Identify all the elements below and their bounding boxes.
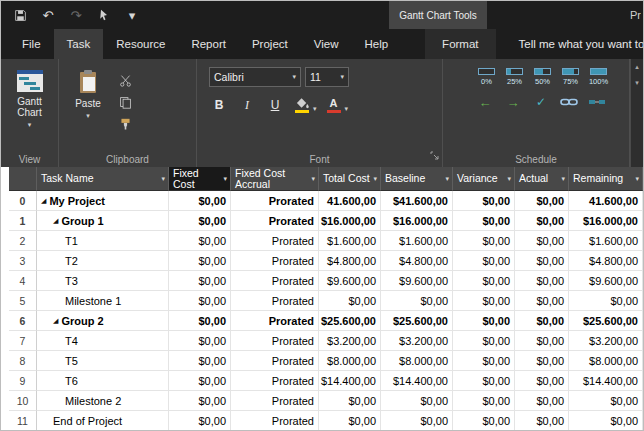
tab-project[interactable]: Project: [239, 29, 301, 59]
cell-fixed-cost-accrual[interactable]: Prorated: [231, 371, 319, 391]
mark-on-track-icon[interactable]: ✓: [529, 93, 553, 111]
cell-total-cost[interactable]: $9.600,00: [319, 271, 381, 291]
font-name-combo[interactable]: Calibri ▾: [209, 67, 301, 87]
cell-task-name[interactable]: End of Project: [37, 411, 169, 430]
cell-actual[interactable]: $0,00: [515, 411, 569, 430]
cell-fixed-cost[interactable]: $0,00: [169, 311, 231, 331]
cell-fixed-cost-accrual[interactable]: Prorated: [231, 291, 319, 311]
header-actual[interactable]: Actual▾: [515, 167, 569, 191]
cell-total-cost[interactable]: $0,00: [319, 291, 381, 311]
cell-fixed-cost[interactable]: $0,00: [169, 291, 231, 311]
tab-report[interactable]: Report: [178, 29, 239, 59]
header-variance[interactable]: Variance▾: [453, 167, 515, 191]
cell-variance[interactable]: $0,00: [453, 211, 515, 231]
link-tasks-icon[interactable]: [557, 93, 581, 111]
collapse-triangle-icon[interactable]: ◢: [53, 317, 58, 325]
cell-baseline[interactable]: $3.200,00: [381, 331, 453, 351]
cell-baseline[interactable]: $4.800,00: [381, 251, 453, 271]
cell-actual[interactable]: $0,00: [515, 291, 569, 311]
cell-total-cost[interactable]: $16.000,00: [319, 211, 381, 231]
indent-task-icon[interactable]: →: [501, 93, 525, 111]
row-number[interactable]: 9: [9, 371, 37, 391]
cell-task-name[interactable]: Milestone 1: [37, 291, 169, 311]
cell-fixed-cost[interactable]: $0,00: [169, 271, 231, 291]
cell-baseline[interactable]: $0,00: [381, 291, 453, 311]
tab-help[interactable]: Help: [351, 29, 401, 59]
cell-fixed-cost[interactable]: $0,00: [169, 411, 231, 430]
cell-task-name[interactable]: T1: [37, 231, 169, 251]
percent-complete-0-button[interactable]: 0%: [473, 68, 500, 86]
touch-mode-icon[interactable]: [93, 5, 115, 25]
cell-total-cost[interactable]: $0,00: [319, 411, 381, 430]
cell-fixed-cost[interactable]: $0,00: [169, 191, 231, 211]
cell-task-name[interactable]: T6: [37, 371, 169, 391]
cell-variance[interactable]: $0,00: [453, 291, 515, 311]
header-fixed-cost-accrual[interactable]: Fixed Cost Accrual▾: [231, 167, 319, 191]
percent-complete-25-button[interactable]: 25%: [501, 68, 528, 86]
cell-actual[interactable]: $0,00: [515, 231, 569, 251]
cell-baseline[interactable]: $41.600,00: [381, 191, 453, 211]
cell-fixed-cost[interactable]: $0,00: [169, 371, 231, 391]
cell-variance[interactable]: $0,00: [453, 191, 515, 211]
cell-baseline[interactable]: $1.600,00: [381, 231, 453, 251]
cell-task-name[interactable]: ◢My Project: [37, 191, 169, 211]
cell-task-name[interactable]: T2: [37, 251, 169, 271]
filter-arrow-icon[interactable]: ▾: [559, 173, 565, 184]
cell-remaining[interactable]: $16.000,00: [569, 211, 643, 231]
header-remaining[interactable]: Remaining▾: [569, 167, 643, 191]
tell-me-box[interactable]: Tell me what you want to do: [512, 29, 643, 59]
cell-variance[interactable]: $0,00: [453, 271, 515, 291]
percent-complete-100-button[interactable]: 100%: [585, 68, 612, 86]
cell-variance[interactable]: $0,00: [453, 251, 515, 271]
italic-button[interactable]: I: [237, 95, 257, 115]
cell-variance[interactable]: $0,00: [453, 411, 515, 430]
cell-fixed-cost-accrual[interactable]: Prorated: [231, 351, 319, 371]
undo-icon[interactable]: ↶: [37, 5, 59, 25]
cell-fixed-cost-accrual[interactable]: Prorated: [231, 191, 319, 211]
row-number[interactable]: 1: [9, 211, 37, 231]
cell-variance[interactable]: $0,00: [453, 311, 515, 331]
row-number[interactable]: 2: [9, 231, 37, 251]
cell-variance[interactable]: $0,00: [453, 391, 515, 411]
header-row-id[interactable]: [9, 167, 37, 191]
copy-icon[interactable]: [113, 93, 137, 111]
filter-arrow-icon[interactable]: ▾: [371, 173, 377, 184]
cell-remaining[interactable]: $1.600,00: [569, 231, 643, 251]
cell-actual[interactable]: $0,00: [515, 271, 569, 291]
cell-baseline[interactable]: $9.600,00: [381, 271, 453, 291]
cell-baseline[interactable]: $16.000,00: [381, 211, 453, 231]
gantt-chart-button[interactable]: Gantt Chart ▾: [5, 63, 54, 129]
tab-view[interactable]: View: [301, 29, 352, 59]
cell-remaining[interactable]: 41.600,00: [569, 191, 643, 211]
cell-fixed-cost[interactable]: $0,00: [169, 211, 231, 231]
tab-format[interactable]: Format: [425, 29, 495, 59]
filter-arrow-icon[interactable]: ▾: [505, 173, 511, 184]
cell-task-name[interactable]: T5: [37, 351, 169, 371]
cell-actual[interactable]: $0,00: [515, 391, 569, 411]
filter-arrow-icon[interactable]: ▾: [633, 173, 639, 184]
cell-total-cost[interactable]: $3.200,00: [319, 331, 381, 351]
ribbon-scroll-up-icon[interactable]: ▴: [635, 63, 639, 71]
cell-baseline[interactable]: $8.000,00: [381, 351, 453, 371]
percent-complete-75-button[interactable]: 75%: [557, 68, 584, 86]
cell-actual[interactable]: $0,00: [515, 191, 569, 211]
cell-actual[interactable]: $0,00: [515, 331, 569, 351]
paste-button[interactable]: Paste ▾: [63, 63, 113, 151]
cell-fixed-cost-accrual[interactable]: Prorated: [231, 391, 319, 411]
cell-baseline[interactable]: $0,00: [381, 391, 453, 411]
font-color-button[interactable]: A ▾: [325, 98, 349, 113]
outdent-task-icon[interactable]: ←: [473, 93, 497, 111]
header-total-cost[interactable]: Total Cost▾: [319, 167, 381, 191]
cell-total-cost[interactable]: $25.600,00: [319, 311, 381, 331]
cell-variance[interactable]: $0,00: [453, 331, 515, 351]
cell-total-cost[interactable]: $1.600,00: [319, 231, 381, 251]
cell-remaining[interactable]: $4.800,00: [569, 251, 643, 271]
cell-remaining[interactable]: $25.600,00: [569, 311, 643, 331]
row-number[interactable]: 3: [9, 251, 37, 271]
cell-task-name[interactable]: T4: [37, 331, 169, 351]
cell-fixed-cost[interactable]: $0,00: [169, 331, 231, 351]
filter-arrow-icon[interactable]: ▾: [221, 173, 227, 184]
cell-actual[interactable]: $0,00: [515, 371, 569, 391]
cell-baseline[interactable]: $14.400,00: [381, 371, 453, 391]
row-number[interactable]: 4: [9, 271, 37, 291]
